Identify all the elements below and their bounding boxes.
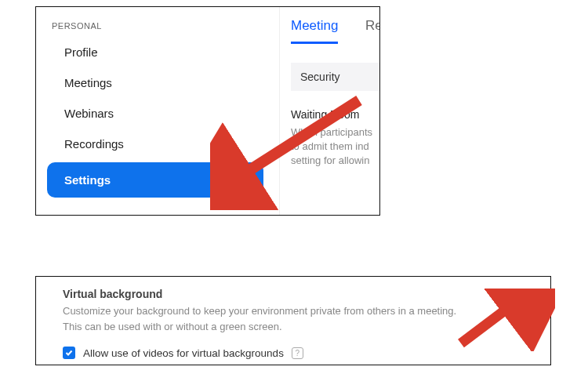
tab-recording-truncated[interactable]: Re xyxy=(365,18,380,42)
allow-videos-label: Allow use of videos for virtual backgrou… xyxy=(83,347,284,359)
virtual-background-desc: Customize your background to keep your e… xyxy=(63,303,459,334)
sidebar-item-meetings[interactable]: Meetings xyxy=(36,67,279,98)
virtual-background-video-row: Allow use of videos for virtual backgrou… xyxy=(63,347,499,359)
virtual-background-panel: Virtual background Customize your backgr… xyxy=(35,276,551,365)
sidebar-item-profile[interactable]: Profile xyxy=(36,37,279,67)
sidebar: PERSONAL Profile Meetings Webinars Recor… xyxy=(36,7,279,215)
tab-bar: Meeting Re xyxy=(291,7,380,44)
sidebar-item-settings[interactable]: Settings xyxy=(47,162,263,198)
sidebar-item-recordings[interactable]: Recordings xyxy=(36,129,279,159)
sidebar-section-label: PERSONAL xyxy=(36,7,279,37)
subsection-security[interactable]: Security xyxy=(291,63,380,91)
tab-meeting[interactable]: Meeting xyxy=(291,18,338,44)
waiting-room-desc-line3: setting for allowin xyxy=(291,154,369,166)
waiting-room-desc: When participants to admit them ind sett… xyxy=(291,125,380,169)
waiting-room-block: Waiting Room When participants to admit … xyxy=(291,108,380,169)
checkmark-icon xyxy=(65,349,73,357)
allow-videos-checkbox[interactable] xyxy=(63,347,75,359)
waiting-room-desc-line2: to admit them ind xyxy=(291,140,369,152)
virtual-background-toggle[interactable] xyxy=(502,291,528,305)
info-icon[interactable]: ? xyxy=(292,347,303,359)
settings-top-panel: PERSONAL Profile Meetings Webinars Recor… xyxy=(35,6,380,216)
waiting-room-desc-line1: When participants xyxy=(291,126,372,138)
waiting-room-title: Waiting Room xyxy=(291,108,380,121)
settings-right-column: Meeting Re Security Waiting Room When pa… xyxy=(279,7,380,215)
sidebar-item-webinars[interactable]: Webinars xyxy=(36,98,279,129)
virtual-background-title: Virtual background xyxy=(63,288,499,300)
